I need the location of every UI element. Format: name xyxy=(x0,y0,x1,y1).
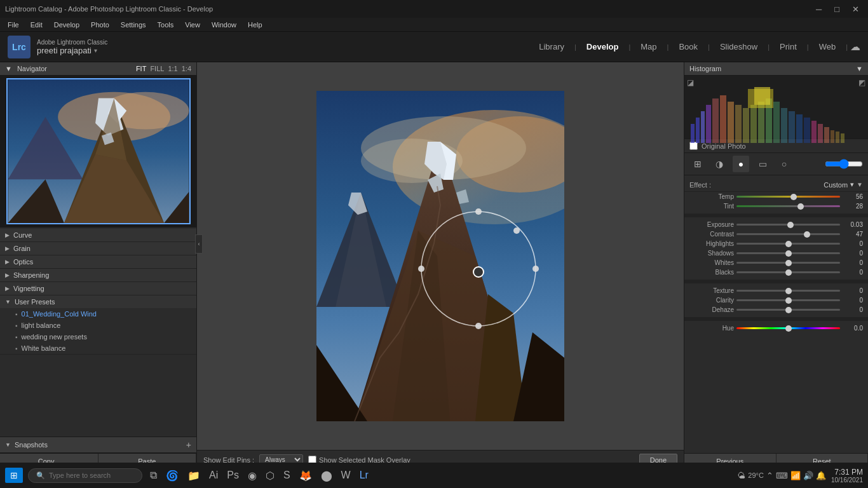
contrast-thumb[interactable] xyxy=(804,231,810,238)
preset-section-user-header[interactable]: ▼ User Presets xyxy=(0,295,196,308)
effect-panel-arrow-icon[interactable]: ▼ xyxy=(857,181,863,188)
chevron-down-icon[interactable]: ▾ xyxy=(94,47,97,54)
clarity-thumb[interactable] xyxy=(785,297,792,304)
preset-item-light-balance[interactable]: ▪ light balance xyxy=(0,320,196,331)
preset-item-wedding-new[interactable]: ▪ wedding new presets xyxy=(0,331,196,342)
preset-section-grain-header[interactable]: ▶ Grain xyxy=(0,242,196,255)
network-icon[interactable]: 📶 xyxy=(790,471,801,480)
menu-file[interactable]: File xyxy=(3,20,24,30)
contrast-track[interactable] xyxy=(736,233,840,235)
temp-thumb[interactable] xyxy=(790,194,797,200)
preset-section-curve-header[interactable]: ▶ Curve xyxy=(0,229,196,241)
grain-arrow-icon: ▶ xyxy=(5,245,10,252)
whites-track[interactable] xyxy=(736,262,840,264)
preset-section-sharpening-header[interactable]: ▶ Sharpening xyxy=(0,269,196,281)
preset-section-vignetting-header[interactable]: ▶ Vignetting xyxy=(0,282,196,295)
chevron-up-icon[interactable]: ⌃ xyxy=(766,471,773,480)
shadows-track[interactable] xyxy=(736,252,840,254)
zoom-1-1[interactable]: 1:1 xyxy=(168,65,177,72)
circle-tool-icon[interactable]: ○ xyxy=(776,156,792,172)
edge-icon[interactable]: 🌀 xyxy=(163,467,181,484)
blacks-track[interactable] xyxy=(736,271,840,273)
master-slider[interactable] xyxy=(825,159,863,169)
menu-window[interactable]: Window xyxy=(207,20,241,30)
app-icon-4[interactable]: ◉ xyxy=(245,467,259,484)
histogram-header: Histogram ▼ xyxy=(684,62,868,76)
snapshots-add-button[interactable]: + xyxy=(186,440,191,450)
texture-thumb[interactable] xyxy=(785,288,792,294)
nav-slideshow[interactable]: Slideshow xyxy=(712,39,765,54)
clarity-track[interactable] xyxy=(736,299,840,301)
nav-print[interactable]: Print xyxy=(772,39,804,54)
preset-item-white-balance[interactable]: ▪ White balance xyxy=(0,342,196,354)
svg-point-33 xyxy=(532,266,539,272)
grid-tool-icon[interactable]: ⊞ xyxy=(689,156,706,172)
menu-develop[interactable]: Develop xyxy=(49,20,85,30)
files-icon[interactable]: 📁 xyxy=(185,467,203,484)
temp-track[interactable] xyxy=(736,196,840,198)
shadows-thumb[interactable] xyxy=(785,250,792,257)
hue-track[interactable] xyxy=(736,327,840,329)
radial-tool-icon[interactable]: ● xyxy=(733,156,749,172)
tint-thumb[interactable] xyxy=(797,203,804,210)
zoom-1-4[interactable]: 1:4 xyxy=(182,65,191,72)
menu-tools[interactable]: Tools xyxy=(153,20,179,30)
skype-icon[interactable]: S xyxy=(281,467,293,484)
rect-tool-icon[interactable]: ▭ xyxy=(754,156,771,172)
lightroom-icon[interactable]: Lr xyxy=(357,467,371,484)
nav-library[interactable]: Library xyxy=(531,39,572,54)
search-bar[interactable]: 🔍 xyxy=(28,468,142,483)
cloud-icon[interactable]: ☁ xyxy=(850,41,860,53)
volume-icon[interactable]: 🔊 xyxy=(803,471,813,480)
search-input[interactable] xyxy=(49,471,125,479)
photoshop-icon[interactable]: Ps xyxy=(224,467,241,484)
word-icon[interactable]: W xyxy=(339,467,353,484)
histogram-right-warning-icon[interactable]: ◩ xyxy=(858,78,865,87)
nav-map[interactable]: Map xyxy=(633,39,664,54)
zoom-fill[interactable]: FILL xyxy=(150,65,164,72)
hue-thumb[interactable] xyxy=(785,325,792,332)
menu-help[interactable]: Help xyxy=(243,20,268,30)
menu-edit[interactable]: Edit xyxy=(25,20,48,30)
histogram-left-warning-icon[interactable]: ◪ xyxy=(687,78,694,87)
task-view-icon[interactable]: ⧉ xyxy=(147,467,159,484)
tint-track[interactable] xyxy=(736,205,840,207)
app-icon-5[interactable]: 🦊 xyxy=(297,467,315,484)
crop-tool-icon[interactable]: ◑ xyxy=(711,156,728,172)
keyboard-icon[interactable]: ⌨ xyxy=(776,471,788,480)
nav-web[interactable]: Web xyxy=(811,39,844,54)
dehaze-track[interactable] xyxy=(736,309,840,311)
adjustments-panel: Effect : Custom ▾ ▼ Temp 56 Tint xyxy=(684,175,868,453)
chrome-icon[interactable]: ⬤ xyxy=(318,467,335,484)
nav-book[interactable]: Book xyxy=(671,39,705,54)
menu-settings[interactable]: Settings xyxy=(116,20,151,30)
texture-track[interactable] xyxy=(736,290,840,292)
left-panel-collapse[interactable]: ‹ xyxy=(195,234,203,254)
maximize-button[interactable]: □ xyxy=(831,4,843,14)
zoom-fit[interactable]: FIT xyxy=(136,65,147,72)
exposure-track[interactable] xyxy=(736,224,840,226)
illustrator-icon[interactable]: Ai xyxy=(207,467,220,484)
preset-item-wedding-cold-wind[interactable]: ▪ 01_Wedding_Cold Wind xyxy=(0,308,196,320)
whites-thumb[interactable] xyxy=(785,260,792,266)
teams-icon[interactable]: ⬡ xyxy=(263,467,277,484)
minimize-button[interactable]: ─ xyxy=(812,4,825,14)
blacks-thumb[interactable] xyxy=(785,269,792,276)
navigator-thumbnail[interactable] xyxy=(0,76,196,227)
clock[interactable]: 7:31 PM 10/16/2021 xyxy=(831,468,863,484)
hue-value: 0.0 xyxy=(843,325,863,332)
nav-develop[interactable]: Develop xyxy=(579,39,627,54)
dehaze-thumb[interactable] xyxy=(785,307,792,313)
effect-dropdown-icon[interactable]: ▾ xyxy=(850,180,854,189)
start-button[interactable]: ⊞ xyxy=(5,468,23,483)
notification-icon[interactable]: 🔔 xyxy=(816,471,826,480)
highlights-track[interactable] xyxy=(736,243,840,245)
navigator-toggle[interactable]: ▼ xyxy=(5,65,12,72)
menu-photo[interactable]: Photo xyxy=(86,20,114,30)
optics-label: Optics xyxy=(13,258,33,266)
close-button[interactable]: ✕ xyxy=(848,4,863,14)
highlights-thumb[interactable] xyxy=(785,241,792,247)
menu-view[interactable]: View xyxy=(180,20,205,30)
preset-section-optics-header[interactable]: ▶ Optics xyxy=(0,255,196,268)
exposure-thumb[interactable] xyxy=(787,222,794,228)
